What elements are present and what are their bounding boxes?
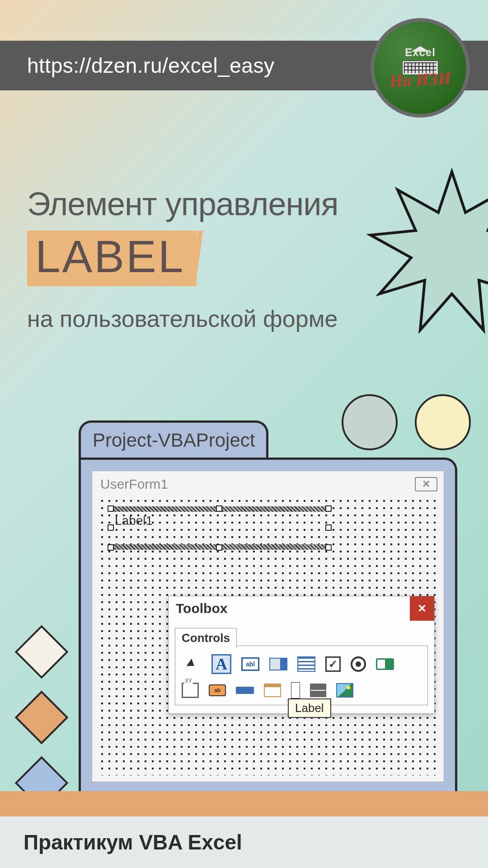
title-section: Элемент управления LABEL на пользователь…	[27, 185, 338, 332]
controls-panel: A abl ✓ ab	[175, 646, 428, 705]
toolbox-close-button[interactable]: ✕	[410, 596, 434, 621]
svg-marker-0	[371, 172, 488, 330]
tool-combobox-icon[interactable]	[269, 658, 287, 670]
logo-script-text: На ИЗИ	[389, 68, 452, 91]
toolbox-titlebar: Toolbox ✕	[169, 596, 434, 621]
url-text: https://dzen.ru/excel_easy	[27, 53, 274, 78]
controls-tab[interactable]: Controls	[175, 628, 237, 648]
title-line1: Элемент управления	[27, 185, 338, 222]
tool-optionbutton-icon[interactable]	[351, 656, 366, 672]
userform-titlebar: UserForm1 ✕	[92, 471, 444, 497]
toolbox-panel: Toolbox ✕ Controls A abl ✓	[168, 596, 435, 714]
deco-diamond-1	[15, 625, 69, 679]
title-line2: на пользовательской форме	[27, 305, 338, 332]
userform-title: UserForm1	[100, 476, 168, 492]
label-control[interactable]: Label1	[111, 509, 328, 547]
tool-listbox-icon[interactable]	[297, 656, 315, 672]
tool-togglebutton-icon[interactable]	[376, 658, 394, 670]
project-body: UserForm1 ✕ Label1 Toolb	[79, 458, 457, 828]
logo-top-text: Excel	[405, 46, 436, 59]
label-control-text: Label1	[115, 514, 153, 528]
project-tab: Project-VBAProject	[79, 420, 268, 458]
userform-close-button[interactable]: ✕	[415, 477, 437, 491]
title-highlight: LABEL	[27, 231, 197, 286]
tool-label-icon[interactable]: A	[211, 654, 231, 674]
footer-strip	[0, 791, 488, 816]
project-tab-title: Project-VBAProject	[93, 429, 255, 451]
tool-checkbox-icon[interactable]: ✓	[325, 656, 341, 672]
tool-image-icon[interactable]	[336, 683, 353, 698]
label-tooltip: Label	[288, 698, 331, 718]
tool-multipage-icon[interactable]	[264, 684, 281, 697]
tool-textbox-icon[interactable]: abl	[241, 657, 259, 671]
logo-badge: Excel На ИЗИ	[371, 18, 470, 118]
tool-select-pointer-icon[interactable]	[182, 654, 202, 674]
footer: Практикум VBA Excel	[0, 791, 488, 868]
tool-scrollbar-icon[interactable]	[291, 682, 300, 698]
form-designer: UserForm1 ✕ Label1 Toolb	[92, 471, 444, 782]
starburst-icon	[361, 163, 488, 344]
tool-commandbutton-icon[interactable]: ab	[209, 684, 226, 696]
footer-text: Практикум VBA Excel	[23, 830, 242, 854]
tool-frame-icon[interactable]	[182, 683, 199, 698]
toolbox-title: Toolbox	[176, 601, 227, 616]
project-window: Project-VBAProject UserForm1 ✕ Label1	[79, 420, 457, 828]
footer-area: Практикум VBA Excel	[0, 816, 488, 868]
title-label: LABEL	[35, 231, 185, 282]
tool-spinbutton-icon[interactable]	[310, 684, 326, 697]
deco-diamond-2	[15, 691, 69, 745]
tool-tabstrip-icon[interactable]	[236, 687, 254, 694]
